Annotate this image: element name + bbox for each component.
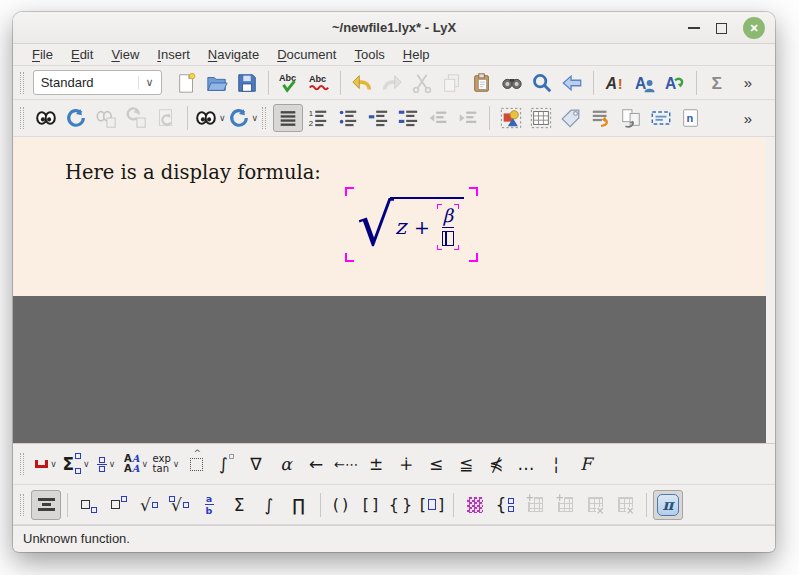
math-dotted-arrows-panel-button[interactable]: ←⋯ bbox=[331, 449, 361, 479]
math-greek-panel-button[interactable]: α bbox=[271, 449, 301, 479]
navigate-back-button[interactable] bbox=[557, 69, 587, 97]
redo-button[interactable] bbox=[377, 69, 407, 97]
insert-cross-reference-button[interactable] bbox=[616, 104, 646, 132]
numbered-list-button[interactable] bbox=[303, 104, 333, 132]
new-document-button[interactable] bbox=[172, 69, 202, 97]
math-operators-panel-button[interactable]: ∇ bbox=[241, 449, 271, 479]
insert-brackets-button[interactable]: [] bbox=[357, 490, 387, 520]
math-functions-button[interactable]: exptan∨ bbox=[151, 449, 181, 479]
add-row-button[interactable]: + bbox=[520, 490, 550, 520]
toolbar-grip[interactable] bbox=[20, 107, 24, 129]
big-integral-button[interactable]: ∫ bbox=[254, 490, 284, 520]
scrollbar-track[interactable] bbox=[766, 137, 775, 443]
indent-button[interactable] bbox=[453, 104, 483, 132]
save-document-button[interactable] bbox=[232, 69, 262, 97]
menu-file[interactable]: File bbox=[23, 45, 62, 64]
menu-insert[interactable]: Insert bbox=[148, 45, 199, 64]
math-relations-panel-button[interactable]: ≤ bbox=[421, 449, 451, 479]
toolbar-grip[interactable] bbox=[20, 453, 24, 475]
copy-button[interactable] bbox=[437, 69, 467, 97]
insert-citation-button[interactable] bbox=[586, 104, 616, 132]
math-arrows-panel-button[interactable]: ← bbox=[301, 449, 331, 479]
insert-delimiters-button[interactable]: [] bbox=[417, 490, 447, 520]
outdent-button[interactable] bbox=[423, 104, 453, 132]
menu-tools[interactable]: Tools bbox=[345, 45, 393, 64]
view-document-button[interactable] bbox=[31, 104, 61, 132]
open-document-button[interactable] bbox=[202, 69, 232, 97]
insert-math-button[interactable] bbox=[703, 69, 733, 97]
insert-braces-button[interactable]: {} bbox=[387, 490, 417, 520]
increase-depth-button[interactable] bbox=[393, 104, 423, 132]
math-negated-relations-panel-button[interactable]: ⋠ bbox=[481, 449, 511, 479]
maximize-button[interactable] bbox=[716, 23, 727, 34]
math-ams-relations-panel-button[interactable]: ≦ bbox=[451, 449, 481, 479]
view-other-formats-button[interactable]: ∨ bbox=[194, 104, 227, 132]
minimize-button[interactable] bbox=[688, 27, 700, 29]
nth-root-button[interactable]: √ bbox=[164, 490, 194, 520]
update-other-formats-button[interactable]: ∨ bbox=[227, 104, 260, 132]
insert-matrix-button[interactable] bbox=[460, 490, 490, 520]
paragraph-default-button[interactable] bbox=[273, 104, 303, 132]
view-master-button[interactable] bbox=[91, 104, 121, 132]
bullet-list-button[interactable] bbox=[333, 104, 363, 132]
insert-cases-button[interactable]: { bbox=[490, 490, 520, 520]
fraction-button[interactable]: ab bbox=[194, 490, 224, 520]
empty-placeholder-box[interactable] bbox=[442, 231, 454, 246]
insert-box-button[interactable] bbox=[646, 104, 676, 132]
decrease-depth-button[interactable] bbox=[363, 104, 393, 132]
document-canvas[interactable]: Here is a display formula: √ z + bbox=[13, 137, 775, 296]
insert-graphics-button[interactable] bbox=[496, 104, 526, 132]
insert-label-button[interactable] bbox=[556, 104, 586, 132]
cancel-export-button[interactable] bbox=[151, 104, 181, 132]
insert-table-button[interactable] bbox=[526, 104, 556, 132]
math-font-styles-button[interactable]: AAAA∨ bbox=[121, 449, 151, 479]
toggle-math-toolbar-button[interactable]: π bbox=[653, 490, 683, 520]
track-changes-button[interactable] bbox=[304, 69, 334, 97]
big-product-button[interactable]: ∏ bbox=[284, 490, 314, 520]
delete-column-button[interactable]: × bbox=[610, 490, 640, 520]
paragraph-style-select[interactable]: Standard ∨ bbox=[33, 70, 162, 95]
subscript-button[interactable] bbox=[74, 490, 104, 520]
insert-parentheses-button[interactable]: () bbox=[327, 490, 357, 520]
delete-row-button[interactable]: × bbox=[580, 490, 610, 520]
math-frame-panel-button[interactable]: F bbox=[571, 449, 601, 479]
menu-navigate[interactable]: Navigate bbox=[199, 45, 268, 64]
find-replace-button[interactable] bbox=[497, 69, 527, 97]
insert-note-button[interactable] bbox=[676, 104, 706, 132]
apply-text-style-button[interactable] bbox=[660, 69, 690, 97]
toolbar-grip[interactable] bbox=[262, 107, 266, 129]
title-bar[interactable]: ~/newfile1.lyx* - LyX ✕ bbox=[13, 12, 775, 44]
add-column-button[interactable]: + bbox=[550, 490, 580, 520]
update-view-button[interactable] bbox=[61, 104, 91, 132]
math-big-operators-button[interactable]: Σ∨ bbox=[61, 449, 91, 479]
cut-button[interactable] bbox=[407, 69, 437, 97]
math-dots-panel-button[interactable]: … bbox=[511, 449, 541, 479]
spellcheck-button[interactable] bbox=[274, 69, 304, 97]
toolbar-grip[interactable] bbox=[20, 72, 24, 94]
math-binary-operators-panel-button[interactable]: ± bbox=[361, 449, 391, 479]
math-integral-limits-button[interactable]: ∫ bbox=[211, 449, 241, 479]
formula-inset[interactable]: √ z + β bbox=[345, 187, 478, 262]
toggle-noun-button[interactable] bbox=[630, 69, 660, 97]
math-fractions-button[interactable]: ∨ bbox=[91, 449, 121, 479]
search-button[interactable] bbox=[527, 69, 557, 97]
toolbar-grip[interactable] bbox=[20, 494, 24, 516]
menu-document[interactable]: Document bbox=[268, 45, 345, 64]
math-decorations-button[interactable]: ∨ bbox=[31, 449, 61, 479]
math-misc-panel-button[interactable]: ¦ bbox=[541, 449, 571, 479]
update-master-button[interactable] bbox=[121, 104, 151, 132]
toggle-display-formula-button[interactable] bbox=[31, 490, 61, 520]
menu-edit[interactable]: Edit bbox=[62, 45, 102, 64]
menu-view[interactable]: View bbox=[102, 45, 148, 64]
toggle-emphasis-button[interactable] bbox=[600, 69, 630, 97]
superscript-button[interactable] bbox=[104, 490, 134, 520]
paste-button[interactable] bbox=[467, 69, 497, 97]
big-sum-button[interactable]: Σ bbox=[224, 490, 254, 520]
menu-help[interactable]: Help bbox=[394, 45, 439, 64]
toolbar-overflow-button[interactable]: » bbox=[733, 69, 763, 97]
math-frame-box-button[interactable] bbox=[181, 449, 211, 479]
undo-button[interactable] bbox=[347, 69, 377, 97]
square-root-button[interactable]: √ bbox=[134, 490, 164, 520]
math-dotted-operators-panel-button[interactable]: ∔ bbox=[391, 449, 421, 479]
close-button[interactable]: ✕ bbox=[743, 17, 765, 39]
